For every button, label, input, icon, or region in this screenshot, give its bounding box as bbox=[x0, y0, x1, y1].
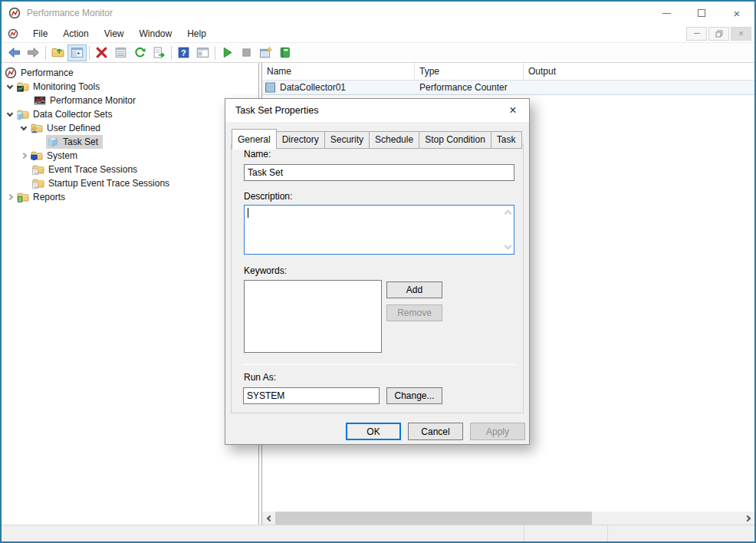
column-header-name[interactable]: Name bbox=[262, 63, 415, 80]
expander[interactable] bbox=[17, 153, 31, 158]
remove-button[interactable]: Remove bbox=[386, 304, 442, 321]
add-button[interactable]: Add bbox=[386, 281, 442, 298]
horizontal-scrollbar[interactable] bbox=[262, 512, 754, 525]
folder-report-icon bbox=[17, 191, 29, 203]
run-as-label: Run As: bbox=[244, 372, 276, 383]
tab-directory[interactable]: Directory bbox=[277, 131, 325, 149]
table-row[interactable]: DataCollector01 Performance Counter bbox=[262, 81, 754, 95]
cancel-button[interactable]: Cancel bbox=[408, 423, 463, 440]
properties-button[interactable] bbox=[111, 44, 130, 61]
tree-selection: Task Set bbox=[46, 135, 103, 149]
tab-task[interactable]: Task bbox=[491, 131, 522, 149]
change-button[interactable]: Change... bbox=[386, 387, 442, 404]
stop-icon bbox=[240, 46, 253, 59]
scroll-down-icon[interactable] bbox=[505, 242, 512, 250]
menu-help[interactable]: Help bbox=[179, 25, 214, 42]
forward-button[interactable] bbox=[24, 44, 43, 61]
tree-item-monitoring-tools[interactable]: Monitoring Tools bbox=[2, 80, 258, 94]
keywords-listbox[interactable] bbox=[244, 280, 382, 353]
new-data-collector-set-button[interactable] bbox=[256, 44, 275, 61]
expander[interactable] bbox=[3, 195, 17, 199]
toolbar-separator bbox=[171, 46, 172, 60]
tree-item-event-trace-sessions[interactable]: Event Trace Sessions bbox=[2, 163, 258, 176]
help-button[interactable] bbox=[174, 44, 193, 61]
menu-action[interactable]: Action bbox=[55, 25, 96, 42]
description-field[interactable] bbox=[244, 205, 514, 255]
tree-item-startup-event-trace-sessions[interactable]: Startup Event Trace Sessions bbox=[2, 176, 258, 190]
expander[interactable] bbox=[3, 86, 17, 88]
delete-button[interactable] bbox=[92, 44, 111, 61]
menu-window[interactable]: Window bbox=[132, 25, 180, 42]
folder-user-icon bbox=[31, 122, 43, 134]
dialog-close-button[interactable]: × bbox=[497, 99, 529, 122]
scrollbar-thumb[interactable] bbox=[275, 512, 592, 525]
toggle-console-tree-button[interactable] bbox=[67, 44, 87, 61]
apply-button[interactable]: Apply bbox=[470, 423, 525, 440]
ok-button[interactable]: OK bbox=[346, 423, 401, 440]
chevron-down-icon bbox=[7, 110, 13, 116]
minimize-icon bbox=[662, 13, 671, 14]
chart-icon bbox=[34, 94, 46, 107]
tree-item-label: User Defined bbox=[47, 123, 103, 133]
start-button[interactable] bbox=[218, 44, 237, 61]
chevron-right-icon bbox=[21, 153, 27, 159]
tab-security[interactable]: Security bbox=[325, 131, 370, 149]
tree-item-performance-monitor[interactable]: Performance Monitor bbox=[2, 94, 258, 107]
scroll-left-button[interactable] bbox=[262, 512, 275, 525]
text-caret bbox=[248, 208, 248, 218]
tree-item-reports[interactable]: Reports bbox=[2, 190, 258, 204]
tab-schedule[interactable]: Schedule bbox=[370, 131, 419, 149]
minimize-icon bbox=[694, 33, 700, 34]
export-list-button[interactable] bbox=[150, 44, 169, 61]
export-folder-icon bbox=[51, 46, 64, 59]
properties-icon bbox=[114, 46, 127, 59]
maximize-icon bbox=[698, 9, 705, 17]
chevron-down-icon bbox=[21, 123, 27, 130]
folder-binary-icon bbox=[32, 163, 44, 176]
expander[interactable] bbox=[17, 127, 31, 130]
menu-view[interactable]: View bbox=[97, 25, 132, 42]
column-header-type[interactable]: Type bbox=[415, 63, 524, 80]
status-bar bbox=[2, 525, 754, 541]
refresh-button[interactable] bbox=[130, 44, 150, 61]
export-folder-button[interactable] bbox=[48, 44, 67, 61]
name-label: Name: bbox=[244, 149, 271, 160]
mdi-restore-button[interactable] bbox=[708, 27, 729, 41]
folder-monitor-icon bbox=[31, 150, 43, 162]
tree-item-label: Performance Monitor bbox=[50, 95, 138, 106]
notebook-icon bbox=[278, 46, 291, 59]
mdi-close-button[interactable]: × bbox=[731, 27, 751, 41]
scrollbar-track[interactable] bbox=[275, 512, 741, 525]
keywords-label: Keywords: bbox=[244, 265, 287, 276]
column-header-output[interactable]: Output bbox=[524, 63, 754, 80]
tree-item-task-set[interactable]: Task Set bbox=[2, 135, 258, 149]
tree-item-performance[interactable]: Performance bbox=[2, 66, 258, 80]
minimize-button[interactable] bbox=[649, 2, 684, 25]
notebook-button[interactable] bbox=[275, 44, 294, 61]
tab-stop-condition[interactable]: Stop Condition bbox=[419, 131, 491, 149]
tree-item-label: Event Trace Sessions bbox=[48, 164, 140, 175]
expander[interactable] bbox=[3, 114, 17, 116]
tree-item-data-collector-sets[interactable]: Data Collector Sets bbox=[2, 107, 258, 121]
maximize-button[interactable] bbox=[684, 2, 719, 25]
scroll-right-button[interactable] bbox=[741, 512, 754, 525]
close-icon: × bbox=[734, 8, 741, 19]
tab-general[interactable]: General bbox=[232, 129, 277, 150]
name-field[interactable]: Task Set bbox=[244, 164, 514, 181]
toolbar bbox=[2, 43, 754, 63]
tree-item-label: System bbox=[47, 150, 80, 161]
back-button[interactable] bbox=[5, 44, 24, 61]
menu-file[interactable]: File bbox=[25, 25, 55, 42]
show-window-button[interactable] bbox=[193, 44, 212, 61]
stop-button[interactable] bbox=[237, 44, 256, 61]
description-label: Description: bbox=[244, 191, 292, 202]
perfmon-logo-icon bbox=[5, 67, 17, 79]
chevron-down-icon bbox=[7, 82, 13, 88]
toolbar-separator bbox=[215, 46, 215, 60]
tree-item-system[interactable]: System bbox=[2, 149, 258, 163]
close-button[interactable]: × bbox=[719, 2, 754, 25]
scroll-up-icon[interactable] bbox=[505, 210, 512, 218]
run-as-field[interactable]: SYSTEM bbox=[243, 387, 380, 404]
mdi-minimize-button[interactable] bbox=[686, 27, 707, 41]
tree-item-user-defined[interactable]: User Defined bbox=[2, 121, 258, 135]
